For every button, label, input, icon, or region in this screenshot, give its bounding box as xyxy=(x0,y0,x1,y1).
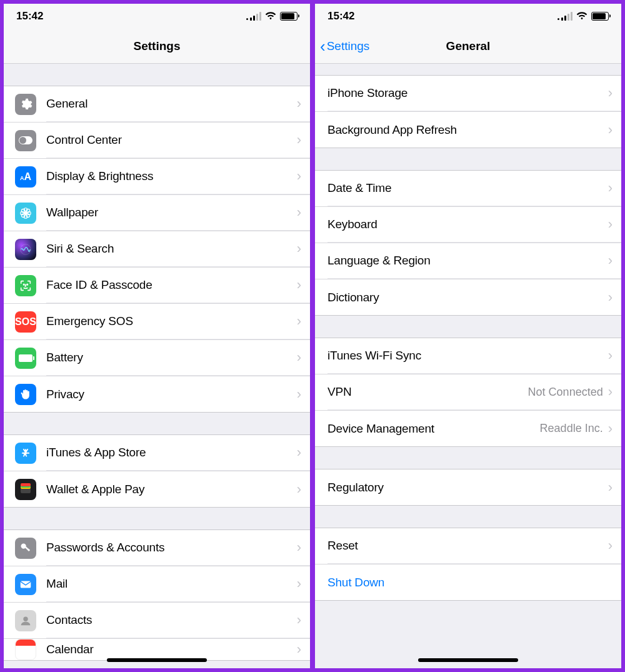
row-battery[interactable]: Battery› xyxy=(4,339,310,376)
svg-rect-15 xyxy=(21,483,31,486)
status-bar: 15:42 xyxy=(315,4,621,29)
row-label: Keyboard xyxy=(328,218,608,231)
chevron-right-icon: › xyxy=(608,289,612,306)
face-id-icon xyxy=(15,275,36,296)
row-mail[interactable]: Mail› xyxy=(4,566,310,602)
chevron-right-icon: › xyxy=(608,253,612,269)
back-button[interactable]: ‹ Settings xyxy=(320,29,369,63)
row-label: Calendar xyxy=(46,643,297,656)
row-label: Mail xyxy=(46,577,297,591)
row-itunes-wifi-sync[interactable]: iTunes Wi-Fi Sync› xyxy=(315,338,621,374)
svg-point-11 xyxy=(27,284,28,284)
settings-screen: 15:42 Settings General› xyxy=(4,4,310,668)
chevron-right-icon: › xyxy=(608,538,612,554)
chevron-left-icon: ‹ xyxy=(320,38,326,54)
page-title: General xyxy=(446,39,491,53)
wifi-icon xyxy=(265,12,276,21)
settings-list[interactable]: General› Control Center› AA Display & Br… xyxy=(4,64,310,668)
calendar-icon xyxy=(15,639,36,660)
cellular-signal-icon xyxy=(558,12,572,21)
chevron-right-icon: › xyxy=(297,539,301,556)
row-vpn[interactable]: VPNNot Connected› xyxy=(315,374,621,410)
chevron-right-icon: › xyxy=(608,384,612,400)
chevron-right-icon: › xyxy=(297,241,301,257)
row-background-app-refresh[interactable]: Background App Refresh› xyxy=(315,111,621,148)
row-label: iPhone Storage xyxy=(328,86,608,100)
row-regulatory[interactable]: Regulatory› xyxy=(315,469,621,505)
row-label: Dictionary xyxy=(328,291,608,304)
row-label: Date & Time xyxy=(328,181,608,195)
contacts-icon xyxy=(15,610,36,631)
home-indicator[interactable] xyxy=(107,658,207,662)
battery-settings-icon xyxy=(15,348,36,369)
wifi-icon xyxy=(576,12,588,21)
status-bar: 15:42 xyxy=(4,4,310,29)
chevron-right-icon: › xyxy=(297,444,301,461)
row-detail: Not Connected xyxy=(528,386,603,399)
status-time: 15:42 xyxy=(16,10,43,23)
text-size-icon: AA xyxy=(15,166,36,188)
row-dictionary[interactable]: Dictionary› xyxy=(315,279,621,315)
hand-icon xyxy=(15,384,36,405)
chevron-right-icon: › xyxy=(297,313,301,329)
cellular-signal-icon xyxy=(246,12,261,21)
row-face-id-passcode[interactable]: Face ID & Passcode› xyxy=(4,267,310,303)
chevron-right-icon: › xyxy=(608,421,612,437)
row-label: Language & Region xyxy=(328,254,608,268)
chevron-right-icon: › xyxy=(608,122,612,138)
general-list[interactable]: iPhone Storage› Background App Refresh› … xyxy=(315,64,621,668)
row-label: iTunes & App Store xyxy=(46,446,297,459)
row-label: Contacts xyxy=(46,613,297,627)
row-shut-down[interactable]: Shut Down xyxy=(315,564,621,600)
row-label: Regulatory xyxy=(328,481,608,494)
mail-icon xyxy=(15,574,36,595)
flower-icon xyxy=(15,203,36,224)
chevron-right-icon: › xyxy=(297,168,301,184)
row-emergency-sos[interactable]: SOS Emergency SOS› xyxy=(4,303,310,339)
row-wallpaper[interactable]: Wallpaper› xyxy=(4,194,310,231)
home-indicator[interactable] xyxy=(418,658,518,662)
sos-icon: SOS xyxy=(15,311,36,333)
row-label: Emergency SOS xyxy=(46,314,297,328)
row-privacy[interactable]: Privacy› xyxy=(4,376,310,412)
row-itunes-app-store[interactable]: iTunes & App Store› xyxy=(4,434,310,471)
row-label: Siri & Search xyxy=(46,242,297,256)
row-general[interactable]: General› xyxy=(4,86,310,122)
row-iphone-storage[interactable]: iPhone Storage› xyxy=(315,75,621,111)
row-date-time[interactable]: Date & Time› xyxy=(315,170,621,206)
svg-rect-19 xyxy=(21,581,31,588)
row-siri-search[interactable]: Siri & Search› xyxy=(4,231,310,267)
row-keyboard[interactable]: Keyboard› xyxy=(315,206,621,243)
row-label: Battery xyxy=(46,351,297,364)
chevron-right-icon: › xyxy=(608,85,612,101)
row-label: Reset xyxy=(328,539,608,553)
row-contacts[interactable]: Contacts› xyxy=(4,602,310,638)
row-passwords-accounts[interactable]: Passwords & Accounts› xyxy=(4,529,310,566)
row-label: General xyxy=(46,97,297,111)
chevron-right-icon: › xyxy=(297,576,301,592)
row-display-brightness[interactable]: AA Display & Brightness› xyxy=(4,158,310,194)
chevron-right-icon: › xyxy=(297,96,301,112)
app-store-icon xyxy=(15,443,36,464)
general-screen: 15:42 ‹ Settings General iPhone Stora xyxy=(315,4,621,668)
row-reset[interactable]: Reset› xyxy=(315,528,621,564)
gear-icon xyxy=(15,94,36,115)
chevron-right-icon: › xyxy=(297,204,301,221)
row-label: iTunes Wi-Fi Sync xyxy=(328,349,608,363)
nav-header: ‹ Settings General xyxy=(315,29,621,64)
back-label: Settings xyxy=(327,39,370,53)
row-language-region[interactable]: Language & Region› xyxy=(315,243,621,279)
chevron-right-icon: › xyxy=(297,132,301,148)
chevron-right-icon: › xyxy=(297,386,301,403)
key-icon xyxy=(15,538,36,559)
row-label: Wallpaper xyxy=(46,206,297,219)
row-control-center[interactable]: Control Center› xyxy=(4,122,310,158)
chevron-right-icon: › xyxy=(297,481,301,498)
siri-icon xyxy=(15,239,36,260)
row-device-management[interactable]: Device ManagementReaddle Inc.› xyxy=(315,410,621,446)
svg-point-10 xyxy=(24,284,24,284)
row-wallet-apple-pay[interactable]: Wallet & Apple Pay› xyxy=(4,471,310,507)
row-label: Shut Down xyxy=(328,576,612,589)
chevron-right-icon: › xyxy=(608,180,612,196)
row-calendar[interactable]: Calendar› xyxy=(4,638,310,660)
